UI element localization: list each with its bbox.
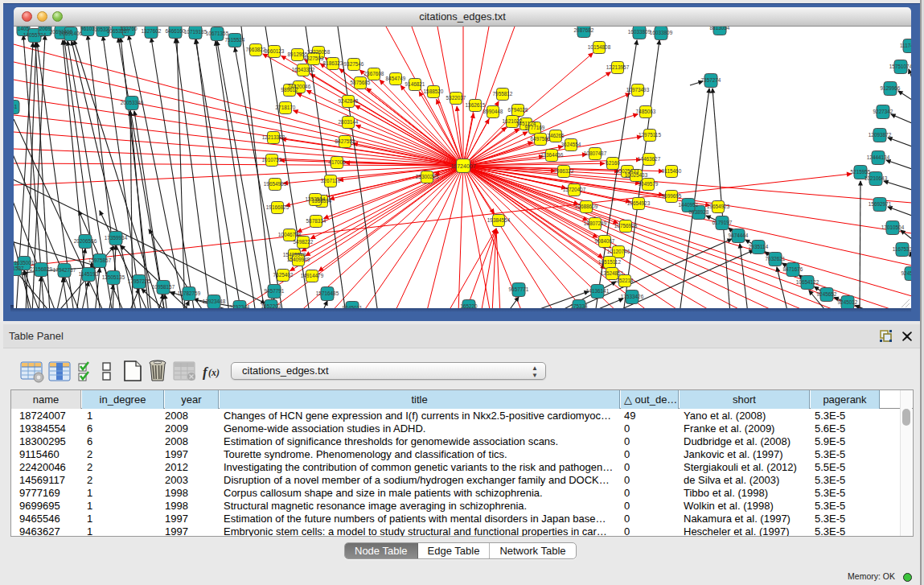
svg-text:7986322: 7986322: [554, 168, 574, 174]
svg-text:1167533: 1167533: [893, 246, 911, 252]
svg-text:14055724: 14055724: [23, 32, 47, 38]
svg-text:17533426: 17533426: [621, 294, 644, 299]
svg-text:17942737: 17942737: [53, 267, 76, 273]
svg-text:20206536: 20206536: [74, 238, 97, 244]
svg-text:96103: 96103: [80, 27, 95, 31]
svg-text:9474444: 9474444: [729, 233, 749, 238]
svg-text:12213383: 12213383: [262, 134, 285, 140]
svg-text:8938928: 8938928: [689, 209, 709, 215]
svg-text:13226058: 13226058: [307, 49, 331, 55]
svg-text:7625402: 7625402: [273, 272, 294, 278]
svg-text:20691406: 20691406: [60, 31, 83, 36]
svg-text:17010504: 17010504: [881, 225, 905, 230]
svg-text:5878334: 5878334: [306, 218, 326, 224]
svg-text:8990448: 8990448: [483, 109, 503, 114]
svg-text:16033809: 16033809: [628, 29, 651, 35]
svg-text:9242848: 9242848: [339, 98, 359, 104]
svg-text:19654983: 19654983: [264, 181, 287, 187]
svg-text:14136141: 14136141: [586, 288, 610, 294]
svg-text:2718170: 2718170: [276, 105, 296, 110]
svg-text:15716485: 15716485: [316, 290, 339, 296]
svg-text:6179197: 6179197: [713, 220, 733, 225]
svg-text:10671355: 10671355: [206, 31, 229, 36]
svg-text:132760: 132760: [120, 27, 138, 31]
svg-text:5322037: 5322037: [446, 95, 466, 101]
svg-text:19654923: 19654923: [627, 200, 651, 206]
svg-text:989612: 989612: [281, 87, 298, 93]
svg-text:10154808: 10154808: [588, 44, 611, 50]
svg-text:7357274: 7357274: [701, 77, 721, 83]
svg-text:1327602: 1327602: [142, 28, 162, 34]
svg-text:(x): (x): [208, 367, 220, 378]
svg-text:252214: 252214: [616, 278, 634, 283]
svg-text:9245012: 9245012: [901, 270, 911, 276]
svg-text:1440951: 1440951: [679, 202, 699, 208]
svg-text:9245012: 9245012: [838, 299, 858, 305]
svg-text:14914479: 14914479: [301, 273, 324, 278]
svg-text:9657771: 9657771: [509, 286, 529, 292]
svg-text:6794028: 6794028: [508, 107, 528, 113]
svg-text:3624554: 3624554: [561, 142, 581, 147]
svg-text:10807487: 10807487: [584, 150, 607, 156]
svg-text:3267110: 3267110: [321, 178, 341, 183]
svg-text:10973493: 10973493: [626, 87, 650, 93]
svg-text:10654122: 10654122: [796, 279, 819, 285]
svg-text:8454749: 8454749: [386, 76, 406, 81]
svg-text:21156829: 21156829: [30, 266, 52, 272]
svg-text:9129966: 9129966: [881, 85, 901, 91]
svg-text:18724007: 18724007: [450, 163, 475, 169]
svg-text:9327546: 9327546: [344, 61, 364, 67]
svg-text:7955812: 7955812: [493, 91, 513, 97]
svg-text:8813054: 8813054: [710, 27, 730, 31]
svg-text:16515112: 16515112: [598, 259, 621, 265]
svg-text:10719185: 10719185: [184, 29, 207, 35]
svg-text:10958157: 10958157: [152, 284, 175, 290]
svg-text:12975115: 12975115: [639, 132, 661, 138]
svg-text:7632621: 7632621: [766, 256, 786, 262]
svg-text:14463627: 14463627: [638, 156, 661, 162]
svg-text:25300295: 25300295: [416, 174, 439, 179]
svg-text:10046798: 10046798: [278, 232, 302, 237]
svg-text:10210643: 10210643: [864, 175, 888, 181]
svg-text:1292344: 1292344: [230, 304, 250, 308]
svg-text:1588520: 1588520: [424, 89, 444, 94]
svg-text:1049579: 1049579: [639, 181, 659, 187]
svg-text:7663822: 7663822: [246, 47, 266, 52]
svg-text:62160: 62160: [606, 160, 620, 166]
svg-text:6466160: 6466160: [166, 28, 186, 34]
svg-text:9227342: 9227342: [873, 109, 893, 114]
svg-text:21364436: 21364436: [540, 152, 564, 158]
svg-text:19654923: 19654923: [707, 204, 730, 209]
svg-text:16033809: 16033809: [650, 30, 673, 35]
svg-text:18807249: 18807249: [584, 220, 607, 226]
svg-text:9245011: 9245011: [343, 305, 363, 308]
svg-text:15409949: 15409949: [287, 257, 310, 262]
svg-text:12505135: 12505135: [102, 274, 125, 280]
svg-text:2087682: 2087682: [574, 27, 594, 33]
svg-text:10782759: 10782759: [178, 290, 201, 296]
svg-text:15692971: 15692971: [869, 201, 892, 207]
svg-text:15975857: 15975857: [88, 257, 112, 263]
svg-text:2367608: 2367608: [364, 71, 384, 76]
svg-text:7515524: 7515524: [225, 37, 245, 43]
svg-text:1362615: 1362615: [466, 102, 486, 108]
svg-text:13524851: 13524851: [601, 270, 624, 276]
svg-text:8427552: 8427552: [335, 138, 355, 144]
svg-text:10756928: 10756928: [614, 223, 638, 229]
svg-text:746266: 746266: [547, 133, 565, 138]
svg-text:12444134: 12444134: [867, 154, 890, 160]
svg-text:9327503: 9327503: [304, 56, 324, 61]
svg-text:1145193: 1145193: [79, 271, 99, 277]
svg-text:1353594: 1353594: [306, 196, 326, 202]
svg-text:9146821: 9146821: [405, 81, 425, 87]
svg-text:175334: 175334: [570, 303, 588, 308]
svg-text:8471676: 8471676: [783, 266, 803, 272]
svg-text:2935114: 2935114: [749, 244, 769, 249]
svg-text:12923448: 12923448: [203, 299, 226, 304]
svg-text:991537: 991537: [14, 266, 24, 271]
svg-text:10025433: 10025433: [625, 172, 648, 178]
svg-text:841: 841: [14, 104, 18, 109]
svg-text:5215955: 5215955: [851, 169, 871, 175]
svg-text:2803144: 2803144: [339, 119, 359, 125]
svg-text:9245652: 9245652: [817, 291, 837, 297]
